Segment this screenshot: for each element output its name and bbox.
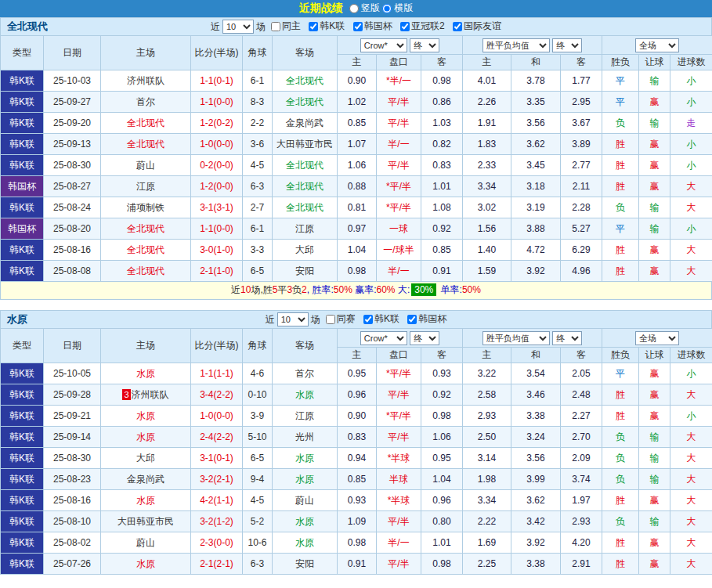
result-goals: 小 [670,70,712,92]
filter-checkbox-option[interactable]: 韩国杯 [407,312,446,326]
odds-home: 0.81 [338,197,377,218]
euro-draw: 3.88 [511,218,561,240]
odds-company-select[interactable]: Crow* [360,331,407,345]
corner-score: 3-3 [243,240,273,261]
filter-checkbox-option[interactable]: 同主 [271,20,301,33]
result-wdl: 负 [602,113,639,134]
league-type-cell: 韩K联 [1,469,44,490]
match-date: 25-09-20 [44,113,101,134]
odds-home: 1.02 [338,92,377,113]
odds-away: 0.98 [421,406,463,427]
filter-checkbox[interactable] [309,22,318,31]
result-handicap: 赢 [639,384,670,406]
handicap: *平/半 [377,176,421,197]
home-team: 首尔 [101,92,191,113]
layout-option[interactable]: 横版 [382,2,413,15]
odds-final-select[interactable]: 终 [410,38,439,52]
result-wdl: 胜 [602,176,639,197]
europe-odds-select[interactable]: 胜平负均值 [482,331,550,345]
europe-final-select[interactable]: 终 [552,38,582,52]
odds-home: 0.85 [338,469,377,490]
match-count-select[interactable]: 10 [222,20,254,34]
result-handicap: 输 [639,427,670,448]
filter-checkbox-option[interactable]: 韩国杯 [353,20,392,33]
filter-checkbox[interactable] [326,315,335,324]
summary-segment: 大: [396,284,410,295]
filter-checkbox[interactable] [271,22,280,31]
match-score: 4-2(1-1) [191,490,243,511]
odds-home: 0.83 [338,427,377,448]
odds-company-select[interactable]: Crow* [360,38,407,52]
filter-checkbox-option[interactable]: 韩K联 [309,20,345,33]
europe-odds-select[interactable]: 胜平负均值 [482,38,550,52]
layout-radio[interactable] [382,4,392,13]
match-date: 25-08-23 [44,469,101,490]
team-title: 水原 [7,312,27,326]
corner-score: 9-4 [243,469,273,490]
result-handicap: 赢 [639,155,670,176]
home-team: 江原 [101,176,191,197]
scope-select[interactable]: 全场 [635,38,679,52]
euro-away: 3.67 [561,113,602,134]
match-score: 1-1(0-0) [191,92,243,113]
filter-checkbox[interactable] [400,22,410,31]
euro-draw: 3.62 [511,490,561,511]
league-type-cell: 韩K联 [1,448,44,469]
home-team-name: 金泉尚武 [127,474,164,485]
handicap: 平/半 [377,554,421,575]
league-type-cell: 韩K联 [1,113,44,134]
match-row: 韩K联 25-09-27 首尔 1-1(0-0) 8-3 全北现代 1.02 平… [1,92,712,113]
col-score: 比分(半场) [191,36,243,70]
euro-home: 2.50 [463,427,511,448]
filter-checkbox-label: 韩K联 [320,20,345,33]
match-date: 25-08-10 [44,511,101,532]
europe-selects-cell: 胜平负均值 终 [463,329,602,348]
euro-away: 4.96 [561,261,602,282]
filter-checkbox[interactable] [363,315,373,324]
odds-away: 0.95 [421,448,463,469]
filter-checkbox[interactable] [453,22,462,31]
league-type-cell: 韩K联 [1,490,44,511]
euro-home: 2.26 [463,92,511,113]
filter-checkbox-option[interactable]: 同赛 [326,312,356,326]
filter-checkbox[interactable] [407,315,417,324]
match-count-select[interactable]: 10 [277,312,309,326]
home-team-name: 全北现代 [127,244,164,255]
euro-home: 1.69 [463,532,511,554]
euro-home: 3.14 [463,448,511,469]
odds-final-select[interactable]: 终 [410,331,439,345]
league-type-cell: 韩K联 [1,511,44,532]
home-team: 全北现代 [101,261,191,282]
odds-away: 1.04 [421,469,463,490]
filter-checkbox-option[interactable]: 国际友谊 [453,20,501,33]
result-goals: 小 [670,406,712,427]
euro-home: 3.02 [463,197,511,218]
layout-radio[interactable] [349,4,359,13]
section-header-jeonbuk: 全北现代 近 10 场 同主 韩K联 [0,17,712,35]
result-wdl: 负 [602,469,639,490]
filter-checkbox-option[interactable]: 韩K联 [363,312,399,326]
odds-home: 0.97 [338,218,377,240]
match-row: 韩K联 25-08-08 全北现代 2-1(1-0) 6-5 安阳 0.98 半… [1,261,712,282]
away-team: 大邱 [273,240,338,261]
euro-away: 2.27 [561,406,602,427]
result-wdl: 平 [602,92,639,113]
away-team-name: 安阳 [295,558,314,569]
home-team-name: 全北现代 [127,117,164,128]
result-wdl: 胜 [602,134,639,155]
europe-final-select[interactable]: 终 [552,331,582,345]
layout-option[interactable]: 竖版 [349,2,380,15]
col-home: 主场 [101,329,191,363]
euro-home: 3.34 [463,176,511,197]
match-date: 25-08-27 [44,176,101,197]
odds-away: 0.85 [421,240,463,261]
filter-checkboxes: 同赛 韩K联 韩国杯 [320,312,447,326]
scope-select[interactable]: 全场 [635,331,679,345]
home-team-name: 首尔 [136,96,155,107]
filter-checkbox-option[interactable]: 亚冠联2 [400,20,445,33]
euro-draw: 3.35 [511,92,561,113]
filter-checkbox[interactable] [353,22,363,31]
away-team-name: 全北现代 [286,202,323,213]
corner-score: 0-10 [243,384,273,406]
sub-col-euro-draw: 和 [511,55,561,70]
